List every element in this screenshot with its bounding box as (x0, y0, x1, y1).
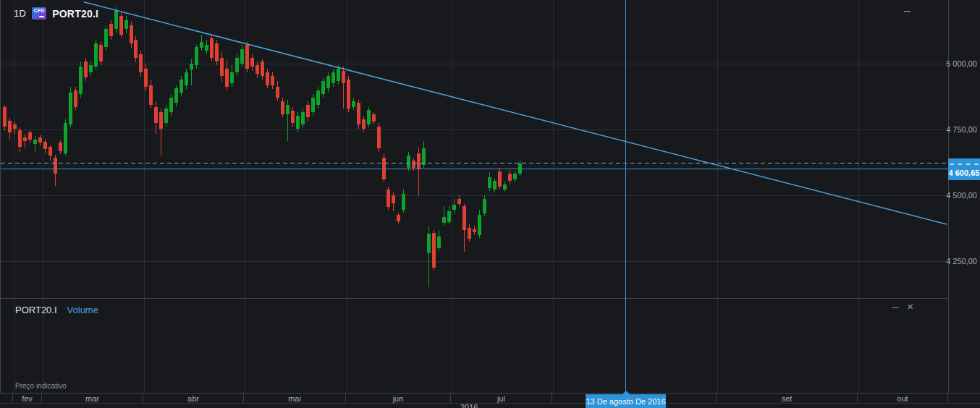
current-price-value: 4 600,65 (948, 169, 980, 177)
time-axis[interactable]: fevmarabrmaijunjulsetout 2016 (0, 393, 980, 408)
crosshair-date-tooltip: 13 De agosto De 2016 (586, 394, 666, 408)
month-label-set: set (717, 394, 858, 403)
volume-panel-controls: – × (892, 302, 913, 312)
volume-indicator-label[interactable]: Volume (67, 305, 98, 315)
price-axis[interactable]: 5 000,004 750,004 500,004 250,00 (948, 0, 980, 393)
price-tick-label: 4 500,00 (946, 191, 977, 200)
timeframe-button[interactable]: 1D (14, 8, 26, 19)
month-cell (0, 394, 13, 403)
cfd-badge-underline (39, 16, 44, 18)
tooltip-notch (622, 391, 630, 394)
minimize-volume-button[interactable]: – (892, 302, 898, 312)
chart-header: 1D CFD PORT20.I (14, 7, 98, 20)
volume-chart[interactable] (1, 299, 949, 393)
symbol-label: PORT20.I (52, 8, 98, 20)
cfd-instrument-icon: CFD (32, 7, 46, 20)
month-label-fev: fev (13, 394, 42, 403)
price-chart-panel: 1D CFD PORT20.I – (0, 0, 948, 298)
price-tick-label: 4 250,00 (946, 257, 977, 265)
month-label-abr: abr (143, 394, 244, 403)
year-label: 2016 (460, 403, 478, 408)
volume-header: PORT20.I Volume (15, 305, 98, 315)
trading-chart-window: 1D CFD PORT20.I – 5 000,004 750,004 500,… (0, 0, 980, 408)
volume-symbol-label: PORT20.I (15, 305, 57, 315)
price-tick-label: 5 000,00 (946, 59, 977, 68)
month-label-out: out (858, 394, 948, 403)
minimize-chart-button[interactable]: – (904, 7, 911, 14)
month-label-mai: mai (244, 394, 346, 403)
crosshair-vertical-line (625, 0, 626, 395)
volume-panel: PORT20.I Volume – × Preço indicativo (0, 298, 948, 393)
month-label-jun: jun (346, 394, 451, 403)
current-price-tag: 4 600,65 (948, 158, 980, 180)
price-tick-label: 4 750,00 (946, 125, 977, 134)
dashed-level-in-tag (950, 163, 979, 165)
close-volume-button[interactable]: × (907, 302, 913, 312)
crosshair-date-text: 13 De agosto De 2016 (586, 397, 665, 406)
descending-trendline[interactable] (84, 2, 947, 224)
candlestick-chart[interactable] (1, 0, 949, 298)
month-row: fevmarabrmaijunjulsetout (0, 394, 980, 404)
month-label-jul: jul (451, 394, 552, 403)
indicative-price-note: Preço indicativo (15, 382, 67, 390)
month-label-mar: mar (42, 394, 143, 403)
